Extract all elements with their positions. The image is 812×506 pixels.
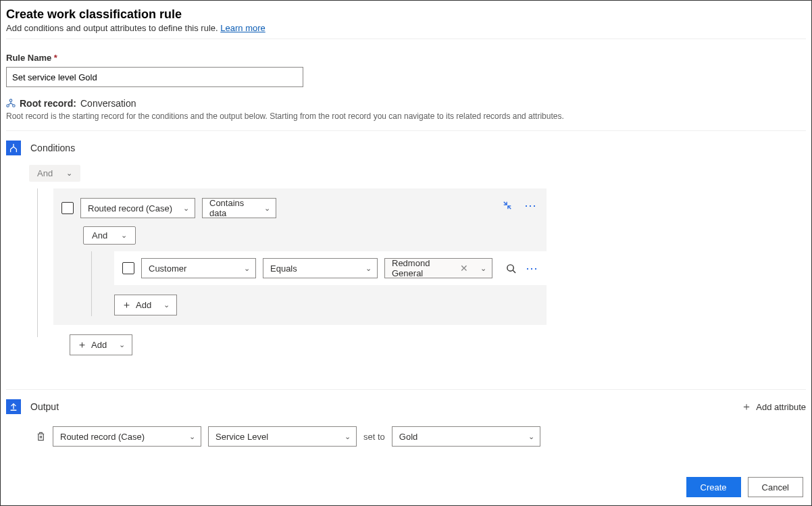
chevron-down-icon: ⌄ bbox=[121, 231, 127, 240]
rule-name-input[interactable] bbox=[6, 67, 303, 87]
field-dropdown[interactable]: Routed record (Case)⌄ bbox=[80, 198, 195, 218]
chevron-down-icon: ⌄ bbox=[163, 301, 170, 309]
cancel-button[interactable]: Cancel bbox=[748, 477, 803, 497]
row-more-icon[interactable]: ⋯ bbox=[524, 198, 537, 213]
divider bbox=[6, 39, 806, 39]
rule-name-label: Rule Name * bbox=[6, 53, 806, 63]
chevron-down-icon: ⌄ bbox=[183, 204, 189, 213]
add-condition-button[interactable]: ＋ Add ⌄ bbox=[70, 334, 132, 355]
svg-point-0 bbox=[9, 99, 12, 102]
chevron-down-icon: ⌄ bbox=[244, 264, 250, 273]
top-logic-operator[interactable]: And⌄ bbox=[29, 165, 80, 182]
nested-value-lookup[interactable]: Redmond General ✕ ⌄ bbox=[384, 258, 492, 278]
divider bbox=[6, 389, 806, 390]
page-title: Create work classification rule bbox=[6, 7, 806, 22]
operator-dropdown[interactable]: Contains data⌄ bbox=[202, 198, 276, 218]
output-field-dropdown[interactable]: Service Level⌄ bbox=[208, 426, 357, 447]
search-icon[interactable] bbox=[506, 263, 516, 274]
set-to-label: set to bbox=[363, 432, 385, 442]
clear-value-icon[interactable]: ✕ bbox=[460, 263, 468, 274]
nested-condition-checkbox[interactable] bbox=[122, 262, 134, 274]
plus-icon: ＋ bbox=[122, 299, 132, 311]
hierarchy-icon bbox=[6, 99, 16, 108]
output-entity-dropdown[interactable]: Routed record (Case)⌄ bbox=[53, 426, 201, 447]
create-button[interactable]: Create bbox=[686, 477, 741, 497]
nested-field-dropdown[interactable]: Customer⌄ bbox=[141, 258, 256, 278]
condition-checkbox[interactable] bbox=[61, 202, 74, 214]
output-badge-icon bbox=[6, 399, 21, 414]
chevron-down-icon: ⌄ bbox=[365, 264, 372, 273]
nested-more-icon[interactable]: ⋯ bbox=[526, 261, 538, 276]
svg-point-2 bbox=[13, 105, 16, 107]
output-title: Output bbox=[30, 401, 59, 412]
plus-icon: ＋ bbox=[77, 338, 87, 351]
root-record-value: Conversation bbox=[80, 98, 136, 109]
add-nested-condition-button[interactable]: ＋ Add ⌄ bbox=[114, 295, 177, 315]
subtitle-text: Add conditions and output attributes to … bbox=[6, 23, 218, 33]
chevron-down-icon: ⌄ bbox=[264, 204, 270, 213]
chevron-down-icon: ⌄ bbox=[119, 340, 125, 349]
chevron-down-icon: ⌄ bbox=[345, 432, 351, 441]
svg-point-3 bbox=[507, 264, 513, 270]
page-subtitle: Add conditions and output attributes to … bbox=[6, 23, 806, 33]
learn-more-link[interactable]: Learn more bbox=[220, 23, 265, 33]
collapse-icon[interactable] bbox=[503, 201, 512, 210]
divider bbox=[6, 130, 806, 131]
output-value-dropdown[interactable]: Gold⌄ bbox=[392, 426, 540, 447]
chevron-down-icon: ⌄ bbox=[528, 432, 534, 441]
conditions-title: Conditions bbox=[30, 143, 75, 153]
chevron-down-icon: ⌄ bbox=[66, 169, 72, 178]
chevron-down-icon: ⌄ bbox=[189, 432, 195, 441]
add-attribute-button[interactable]: ＋ Add attribute bbox=[741, 400, 806, 414]
delete-output-icon[interactable] bbox=[36, 431, 46, 442]
root-record-description: Root record is the starting record for t… bbox=[6, 111, 806, 121]
nested-operator-dropdown[interactable]: Equals⌄ bbox=[263, 258, 378, 278]
conditions-badge-icon bbox=[6, 141, 21, 155]
plus-icon: ＋ bbox=[741, 400, 752, 414]
chevron-down-icon: ⌄ bbox=[480, 264, 486, 273]
inner-logic-operator[interactable]: And⌄ bbox=[83, 226, 136, 245]
svg-point-1 bbox=[7, 105, 9, 107]
root-record-label: Root record: bbox=[20, 98, 76, 109]
